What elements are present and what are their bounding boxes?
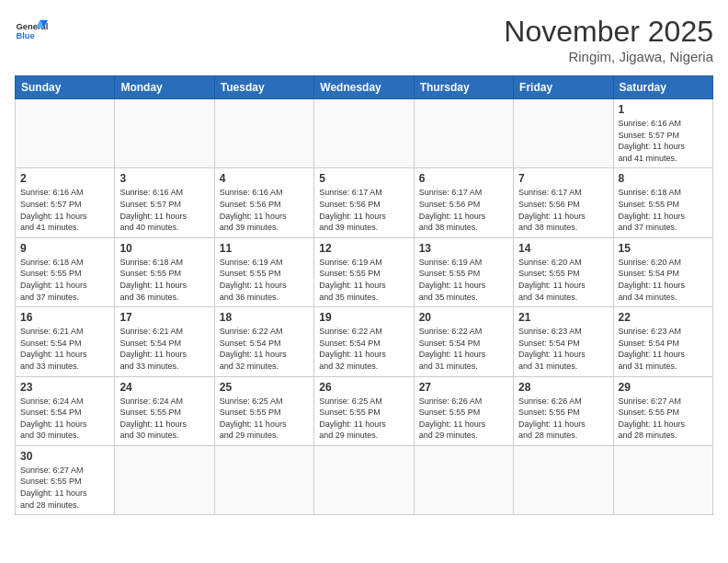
day-number: 22	[619, 311, 708, 324]
cell-sun-info: Sunrise: 6:21 AM Sunset: 5:54 PM Dayligh…	[119, 326, 209, 372]
cell-sun-info: Sunrise: 6:16 AM Sunset: 5:57 PM Dayligh…	[119, 187, 209, 233]
calendar-cell	[514, 445, 613, 514]
day-number: 17	[119, 311, 209, 324]
calendar-cell	[115, 99, 214, 168]
cell-sun-info: Sunrise: 6:19 AM Sunset: 5:55 PM Dayligh…	[220, 257, 309, 303]
day-number: 24	[119, 381, 209, 394]
calendar-cell	[414, 445, 513, 514]
day-number: 26	[319, 381, 408, 394]
calendar-cell	[214, 99, 313, 168]
cell-sun-info: Sunrise: 6:25 AM Sunset: 5:55 PM Dayligh…	[319, 396, 408, 442]
calendar-cell: 22Sunrise: 6:23 AM Sunset: 5:54 PM Dayli…	[613, 307, 712, 376]
page-header: General Blue November 2025 Ringim, Jigaw…	[15, 15, 713, 64]
day-number: 13	[419, 242, 508, 255]
calendar-cell: 24Sunrise: 6:24 AM Sunset: 5:55 PM Dayli…	[115, 376, 214, 445]
day-number: 4	[220, 172, 309, 185]
calendar-cell: 17Sunrise: 6:21 AM Sunset: 5:54 PM Dayli…	[115, 307, 214, 376]
calendar-cell	[414, 99, 513, 168]
calendar-table: SundayMondayTuesdayWednesdayThursdayFrid…	[15, 75, 713, 515]
day-number: 14	[518, 242, 608, 255]
cell-sun-info: Sunrise: 6:22 AM Sunset: 5:54 PM Dayligh…	[319, 326, 408, 372]
day-number: 11	[220, 242, 309, 255]
day-number: 7	[518, 172, 608, 185]
day-number: 30	[20, 450, 109, 463]
calendar-cell: 21Sunrise: 6:23 AM Sunset: 5:54 PM Dayli…	[514, 307, 613, 376]
calendar-cell: 2Sunrise: 6:16 AM Sunset: 5:57 PM Daylig…	[16, 168, 115, 237]
calendar-cell: 7Sunrise: 6:17 AM Sunset: 5:56 PM Daylig…	[514, 168, 613, 237]
cell-sun-info: Sunrise: 6:25 AM Sunset: 5:55 PM Dayligh…	[220, 396, 309, 442]
calendar-cell: 9Sunrise: 6:18 AM Sunset: 5:55 PM Daylig…	[16, 237, 115, 306]
day-number: 10	[119, 242, 209, 255]
calendar-cell: 28Sunrise: 6:26 AM Sunset: 5:55 PM Dayli…	[514, 376, 613, 445]
calendar-cell: 6Sunrise: 6:17 AM Sunset: 5:56 PM Daylig…	[414, 168, 513, 237]
cell-sun-info: Sunrise: 6:16 AM Sunset: 5:57 PM Dayligh…	[619, 118, 708, 164]
calendar-cell: 14Sunrise: 6:20 AM Sunset: 5:55 PM Dayli…	[514, 237, 613, 306]
cell-sun-info: Sunrise: 6:26 AM Sunset: 5:55 PM Dayligh…	[419, 396, 508, 442]
day-number: 23	[20, 381, 109, 394]
cell-sun-info: Sunrise: 6:16 AM Sunset: 5:56 PM Dayligh…	[220, 187, 309, 233]
week-row-6: 30Sunrise: 6:27 AM Sunset: 5:55 PM Dayli…	[16, 445, 713, 514]
calendar-cell: 27Sunrise: 6:26 AM Sunset: 5:55 PM Dayli…	[414, 376, 513, 445]
day-header-monday: Monday	[115, 76, 214, 99]
calendar-cell: 15Sunrise: 6:20 AM Sunset: 5:54 PM Dayli…	[613, 237, 712, 306]
cell-sun-info: Sunrise: 6:19 AM Sunset: 5:55 PM Dayligh…	[419, 257, 508, 303]
calendar-cell	[115, 445, 214, 514]
calendar-cell: 11Sunrise: 6:19 AM Sunset: 5:55 PM Dayli…	[214, 237, 313, 306]
calendar-cell: 29Sunrise: 6:27 AM Sunset: 5:55 PM Dayli…	[613, 376, 712, 445]
day-number: 28	[518, 381, 608, 394]
day-number: 20	[419, 311, 508, 324]
title-block: November 2025 Ringim, Jigawa, Nigeria	[504, 15, 713, 64]
calendar-cell: 30Sunrise: 6:27 AM Sunset: 5:55 PM Dayli…	[16, 445, 115, 514]
calendar-cell: 4Sunrise: 6:16 AM Sunset: 5:56 PM Daylig…	[214, 168, 313, 237]
day-number: 3	[119, 172, 209, 185]
calendar-cell: 25Sunrise: 6:25 AM Sunset: 5:55 PM Dayli…	[214, 376, 313, 445]
calendar-cell: 23Sunrise: 6:24 AM Sunset: 5:54 PM Dayli…	[16, 376, 115, 445]
calendar-cell: 26Sunrise: 6:25 AM Sunset: 5:55 PM Dayli…	[314, 376, 414, 445]
day-number: 19	[319, 311, 408, 324]
day-number: 6	[419, 172, 508, 185]
week-row-3: 9Sunrise: 6:18 AM Sunset: 5:55 PM Daylig…	[16, 237, 713, 306]
calendar-cell: 13Sunrise: 6:19 AM Sunset: 5:55 PM Dayli…	[414, 237, 513, 306]
calendar-cell	[214, 445, 313, 514]
calendar-cell	[514, 99, 613, 168]
day-number: 9	[20, 242, 109, 255]
day-header-friday: Friday	[514, 76, 613, 99]
calendar-cell	[613, 445, 712, 514]
week-row-2: 2Sunrise: 6:16 AM Sunset: 5:57 PM Daylig…	[16, 168, 713, 237]
week-row-1: 1Sunrise: 6:16 AM Sunset: 5:57 PM Daylig…	[16, 99, 713, 168]
cell-sun-info: Sunrise: 6:21 AM Sunset: 5:54 PM Dayligh…	[20, 326, 109, 372]
cell-sun-info: Sunrise: 6:22 AM Sunset: 5:54 PM Dayligh…	[419, 326, 508, 372]
day-number: 8	[619, 172, 708, 185]
day-header-saturday: Saturday	[613, 76, 712, 99]
day-header-wednesday: Wednesday	[314, 76, 414, 99]
day-number: 21	[518, 311, 608, 324]
day-number: 1	[619, 103, 708, 116]
day-header-sunday: Sunday	[16, 76, 115, 99]
cell-sun-info: Sunrise: 6:18 AM Sunset: 5:55 PM Dayligh…	[619, 187, 708, 233]
calendar-cell: 3Sunrise: 6:16 AM Sunset: 5:57 PM Daylig…	[115, 168, 214, 237]
day-number: 2	[20, 172, 109, 185]
cell-sun-info: Sunrise: 6:27 AM Sunset: 5:55 PM Dayligh…	[619, 396, 708, 442]
day-number: 5	[319, 172, 408, 185]
day-header-row: SundayMondayTuesdayWednesdayThursdayFrid…	[16, 76, 713, 99]
day-number: 27	[419, 381, 508, 394]
calendar-cell: 1Sunrise: 6:16 AM Sunset: 5:57 PM Daylig…	[613, 99, 712, 168]
cell-sun-info: Sunrise: 6:20 AM Sunset: 5:54 PM Dayligh…	[619, 257, 708, 303]
day-number: 29	[619, 381, 708, 394]
month-title: November 2025	[504, 15, 713, 49]
logo: General Blue	[15, 15, 48, 48]
cell-sun-info: Sunrise: 6:23 AM Sunset: 5:54 PM Dayligh…	[518, 326, 608, 372]
day-header-tuesday: Tuesday	[214, 76, 313, 99]
cell-sun-info: Sunrise: 6:20 AM Sunset: 5:55 PM Dayligh…	[518, 257, 608, 303]
cell-sun-info: Sunrise: 6:18 AM Sunset: 5:55 PM Dayligh…	[119, 257, 209, 303]
calendar-cell: 16Sunrise: 6:21 AM Sunset: 5:54 PM Dayli…	[16, 307, 115, 376]
calendar-cell: 5Sunrise: 6:17 AM Sunset: 5:56 PM Daylig…	[314, 168, 414, 237]
week-row-5: 23Sunrise: 6:24 AM Sunset: 5:54 PM Dayli…	[16, 376, 713, 445]
calendar-cell: 12Sunrise: 6:19 AM Sunset: 5:55 PM Dayli…	[314, 237, 414, 306]
calendar-cell: 10Sunrise: 6:18 AM Sunset: 5:55 PM Dayli…	[115, 237, 214, 306]
logo-icon: General Blue	[15, 15, 48, 48]
cell-sun-info: Sunrise: 6:17 AM Sunset: 5:56 PM Dayligh…	[518, 187, 608, 233]
day-number: 12	[319, 242, 408, 255]
cell-sun-info: Sunrise: 6:22 AM Sunset: 5:54 PM Dayligh…	[220, 326, 309, 372]
cell-sun-info: Sunrise: 6:24 AM Sunset: 5:55 PM Dayligh…	[119, 396, 209, 442]
